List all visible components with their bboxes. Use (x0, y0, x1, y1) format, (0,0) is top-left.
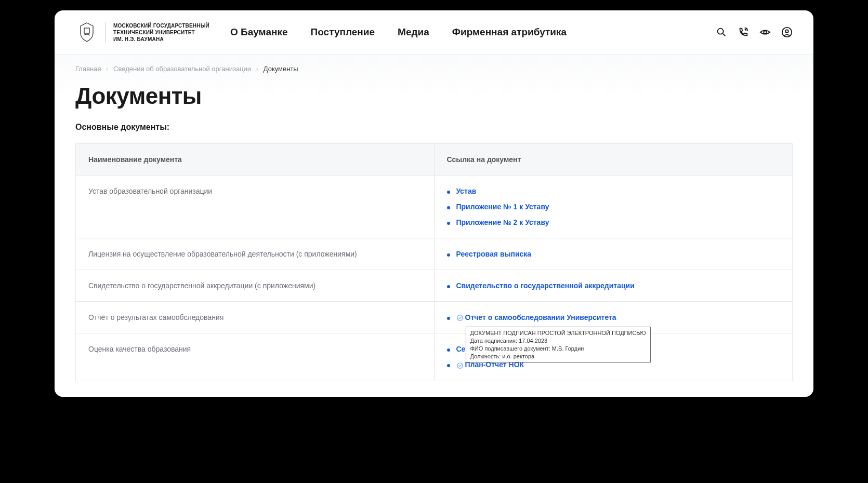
doc-link[interactable]: Отчет о самообследовании Университета (465, 313, 616, 321)
breadcrumb-current: Документы (264, 65, 298, 73)
svg-point-7 (457, 363, 463, 368)
phone-icon[interactable] (738, 26, 749, 38)
signature-icon (456, 362, 464, 369)
doc-name: Оценка качества образования (76, 333, 435, 381)
signature-position: Должность: и.о. ректора (470, 353, 646, 360)
signature-date: Дата подписания: 17.04.2023 (470, 337, 646, 345)
documents-table: Наименование документа Ссылка на докумен… (75, 143, 793, 381)
doc-links: Реестровая выписка (447, 250, 780, 258)
signature-title: ДОКУМЕНТ ПОДПИСАН ПРОСТОЙ ЭЛЕКТРОННОЙ ПО… (470, 329, 646, 337)
signature-tooltip: ДОКУМЕНТ ПОДПИСАН ПРОСТОЙ ЭЛЕКТРОННОЙ ПО… (466, 327, 651, 363)
nav-about[interactable]: О Бауманке (230, 26, 288, 38)
svg-point-6 (457, 315, 463, 321)
university-logo-icon (75, 21, 98, 44)
doc-name: Отчёт о результатах самообследования (76, 302, 435, 333)
user-icon[interactable] (781, 26, 793, 38)
table-row: Оценка качества образования Сертификат Н… (76, 333, 793, 381)
browser-window: МОСКОВСКИЙ ГОСУДАРСТВЕННЫЙ ТЕХНИЧЕСКИЙ У… (55, 10, 813, 397)
table-row: Отчёт о результатах самообследования Отч… (76, 302, 793, 333)
header-actions (716, 26, 793, 38)
breadcrumb: Главная › Сведения об образовательной ор… (75, 65, 793, 73)
nav-admissions[interactable]: Поступление (311, 26, 375, 38)
table-header-name: Наименование документа (76, 144, 435, 176)
main-nav: О Бауманке Поступление Медиа Фирменная а… (230, 26, 567, 38)
doc-link[interactable]: Устав (456, 187, 477, 195)
svg-point-3 (764, 31, 767, 34)
doc-link[interactable]: Свидетельство о государственной аккредит… (456, 281, 635, 290)
table-row: Свидетельство о государственной аккредит… (76, 270, 793, 302)
breadcrumb-home[interactable]: Главная (75, 65, 101, 73)
eye-icon[interactable] (759, 26, 771, 38)
doc-links: Свидетельство о государственной аккредит… (447, 281, 780, 290)
doc-name: Устав образовательной организации (76, 176, 435, 238)
table-row: Лицензия на осуществление образовательно… (76, 238, 793, 270)
table-row: Устав образовательной организации Устав … (76, 176, 793, 238)
doc-name: Лицензия на осуществление образовательно… (76, 238, 435, 270)
svg-point-5 (785, 30, 788, 33)
nav-branding[interactable]: Фирменная атрибутика (452, 26, 567, 38)
nav-media[interactable]: Медиа (398, 26, 429, 38)
section-subtitle: Основные документы: (75, 123, 793, 132)
table-header-link: Ссылка на документ (434, 144, 793, 176)
doc-link[interactable]: Приложение № 2 к Уставу (456, 218, 549, 226)
chevron-right-icon: › (106, 65, 108, 73)
page-title: Документы (75, 83, 793, 109)
chevron-right-icon: › (256, 65, 258, 73)
doc-link[interactable]: Приложение № 1 к Уставу (456, 203, 549, 211)
search-icon[interactable] (716, 26, 727, 38)
doc-name: Свидетельство о государственной аккредит… (76, 270, 435, 302)
breadcrumb-parent[interactable]: Сведения об образовательной организации (113, 65, 251, 73)
page-content: Главная › Сведения об образовательной ор… (55, 55, 813, 397)
doc-links: Устав Приложение № 1 к Уставу Приложение… (447, 187, 780, 226)
svg-point-1 (718, 29, 724, 34)
signature-name: ФИО подписавшего документ: М.В. Гордин (470, 345, 646, 353)
logo-text: МОСКОВСКИЙ ГОСУДАРСТВЕННЫЙ ТЕХНИЧЕСКИЙ У… (113, 22, 209, 43)
doc-links: Отчет о самообследовании Университета ДО… (447, 313, 780, 321)
doc-link[interactable]: Реестровая выписка (456, 250, 532, 258)
site-header: МОСКОВСКИЙ ГОСУДАРСТВЕННЫЙ ТЕХНИЧЕСКИЙ У… (55, 10, 813, 55)
signature-icon (456, 314, 464, 321)
svg-rect-0 (84, 28, 89, 33)
svg-line-2 (723, 34, 726, 36)
